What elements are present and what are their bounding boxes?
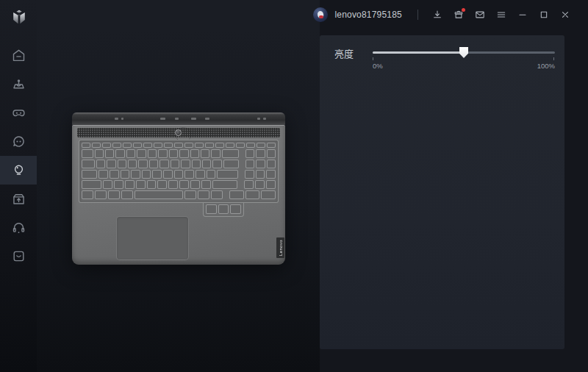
mail-icon	[474, 9, 486, 21]
minimize-icon	[517, 9, 528, 21]
power-button-icon	[175, 129, 182, 136]
laptop-hinge	[72, 112, 285, 125]
brightness-label: 亮度	[334, 46, 354, 60]
sidebar-item-gamepad[interactable]	[0, 99, 37, 127]
username[interactable]: lenovo81795185	[334, 10, 402, 20]
sidebar-nav	[0, 41, 37, 271]
lightbulb-icon	[11, 162, 26, 178]
sidebar-item-headset[interactable]	[0, 213, 37, 242]
joystick-icon	[11, 76, 26, 92]
sidebar-item-home[interactable]	[0, 41, 37, 70]
slider-min-label: 0%	[373, 62, 383, 70]
slider-max-label: 100%	[537, 62, 555, 70]
maximize-button[interactable]	[536, 6, 552, 24]
service-box-icon	[11, 248, 26, 264]
slider-fill	[373, 51, 464, 54]
keyboard	[79, 140, 279, 203]
sidebar-item-service[interactable]	[0, 242, 37, 271]
store-button[interactable]	[451, 6, 467, 24]
gamepad-icon	[11, 105, 26, 121]
sidebar-item-lighting[interactable]	[0, 156, 37, 185]
home-icon	[11, 48, 26, 63]
laptop-deck: Lenovo	[72, 125, 285, 265]
sidebar-item-device[interactable]	[0, 127, 37, 156]
laptop-image: Lenovo	[72, 112, 285, 265]
headset-icon	[11, 220, 26, 235]
download-button[interactable]	[429, 6, 445, 24]
menu-icon	[495, 9, 507, 21]
slider-tick-max	[553, 57, 554, 60]
download-icon	[431, 9, 443, 21]
main-content: Lenovo	[37, 0, 320, 372]
slider-thumb[interactable]	[459, 47, 468, 58]
legion-logo	[11, 9, 27, 26]
arrow-keys-notch	[203, 203, 244, 217]
sidebar-item-update[interactable]	[0, 185, 37, 213]
sidebar	[0, 0, 37, 372]
store-badge	[462, 8, 465, 12]
topbar: lenovo81795185	[37, 0, 588, 29]
close-button[interactable]	[557, 6, 573, 24]
brightness-slider[interactable]: 0% 100%	[373, 35, 555, 79]
close-icon	[559, 9, 571, 21]
sidebar-item-joystick[interactable]	[0, 70, 37, 99]
update-box-icon	[11, 191, 26, 207]
maximize-icon	[538, 9, 550, 21]
brightness-panel: 亮度 0% 100%	[320, 35, 564, 349]
minimize-button[interactable]	[514, 6, 531, 24]
user-avatar[interactable]	[313, 7, 328, 22]
trackpad	[116, 216, 189, 260]
menu-button[interactable]	[493, 6, 509, 24]
lenovo-badge: Lenovo	[276, 237, 284, 258]
slider-tick-min	[373, 57, 373, 60]
topbar-divider	[417, 10, 418, 20]
lenovo-badge-label: Lenovo	[279, 240, 283, 256]
device-face-icon	[11, 134, 26, 149]
mail-button[interactable]	[472, 6, 488, 24]
